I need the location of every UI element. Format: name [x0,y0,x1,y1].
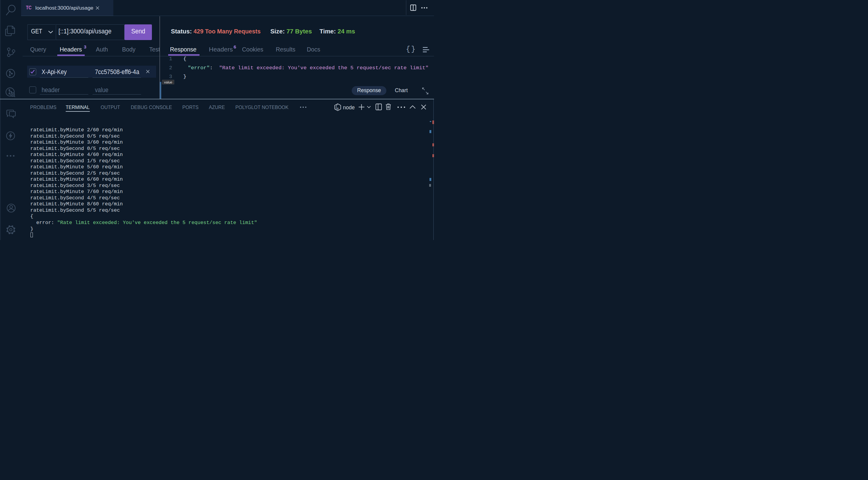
svg-text:$: $ [337,107,339,110]
